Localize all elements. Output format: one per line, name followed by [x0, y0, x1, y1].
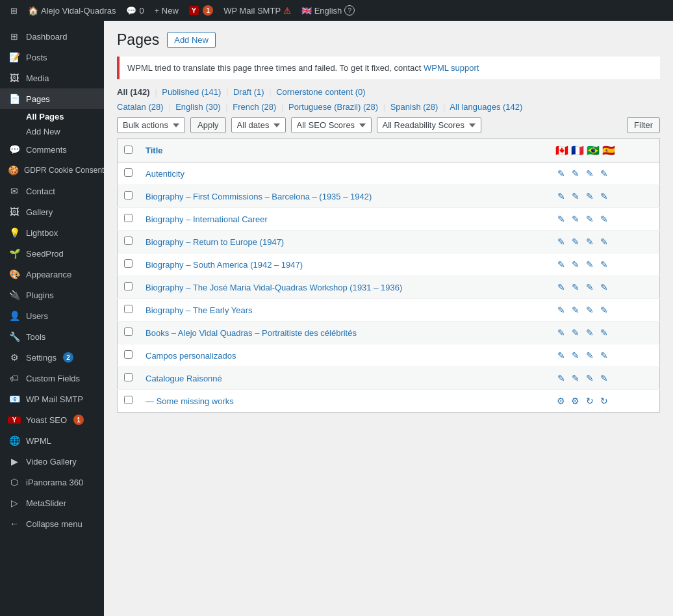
wrench-icon[interactable]: ⚙ — [555, 395, 567, 407]
sidebar-sub-all-pages[interactable]: All Pages — [0, 109, 104, 124]
pencil-icon[interactable]: ✎ — [598, 304, 610, 316]
pencil-icon[interactable]: ✎ — [598, 190, 610, 202]
sidebar-item-video-gallery[interactable]: ▶ Video Gallery — [0, 451, 104, 472]
sidebar-item-gdpr[interactable]: 🍪 GDPR Cookie Consent — [0, 160, 104, 181]
add-new-button[interactable]: Add New — [167, 32, 216, 48]
pencil-icon[interactable]: ✎ — [598, 259, 610, 270]
row-checkbox[interactable] — [124, 327, 133, 336]
adminbar-language[interactable]: 🇬🇧 English ? — [296, 0, 360, 21]
pencil-icon[interactable]: ✎ — [584, 327, 596, 339]
pencil-icon[interactable]: ✎ — [598, 168, 610, 179]
apply-button[interactable]: Apply — [190, 117, 226, 133]
adminbar-wpmail[interactable]: WP Mail SMTP ⚠ — [218, 0, 296, 21]
pencil-icon[interactable]: ✎ — [598, 281, 610, 293]
notice-link[interactable]: WPML support — [424, 63, 479, 73]
lang-tab-english[interactable]: English (30) — [175, 102, 220, 112]
filter-button[interactable]: Filter — [627, 117, 660, 133]
page-title-link[interactable]: Autenticity — [146, 169, 184, 179]
pencil-icon[interactable]: ✎ — [570, 259, 581, 270]
wrench-icon[interactable]: ⚙ — [570, 395, 581, 407]
sidebar-item-dashboard[interactable]: ⊞ Dashboard — [0, 26, 104, 47]
pencil-icon[interactable]: ✎ — [570, 236, 581, 248]
dates-select[interactable]: All dates — [231, 117, 286, 133]
sidebar-item-posts[interactable]: 📝 Posts — [0, 47, 104, 68]
pencil-icon[interactable]: ✎ — [584, 168, 596, 179]
row-checkbox[interactable] — [124, 214, 133, 222]
pencil-icon[interactable]: ✎ — [584, 304, 596, 316]
sidebar-item-pages[interactable]: 📄 Pages — [0, 88, 104, 109]
page-title-link[interactable]: Campos personalizados — [146, 351, 236, 361]
filter-tab-published[interactable]: Published (141) — [162, 87, 221, 97]
adminbar-site[interactable]: 🏠 Alejo Vidal-Quadras — [23, 0, 121, 21]
page-title-link[interactable]: Biography – South America (1942 – 1947) — [146, 260, 303, 270]
pencil-icon[interactable]: ✎ — [555, 236, 567, 248]
lang-tab-spanish[interactable]: Spanish (28) — [390, 102, 438, 112]
pencil-icon[interactable]: ✎ — [584, 259, 596, 270]
pencil-icon[interactable]: ✎ — [584, 281, 596, 293]
page-title-link[interactable]: Biography – The José Maria Vidal-Quadras… — [146, 283, 402, 292]
page-title-link[interactable]: Biography – Return to Europe (1947) — [146, 237, 284, 247]
sidebar-item-tools[interactable]: 🔧 Tools — [0, 326, 104, 347]
pencil-icon[interactable]: ✎ — [584, 350, 596, 361]
sidebar-item-seedprod[interactable]: 🌱 SeedProd — [0, 243, 104, 264]
pencil-icon[interactable]: ✎ — [598, 236, 610, 248]
lang-tab-portuguese[interactable]: Portuguese (Brazil) (28) — [288, 102, 378, 112]
row-checkbox[interactable] — [124, 168, 133, 177]
sidebar-item-plugins[interactable]: 🔌 Plugins — [0, 285, 104, 305]
pencil-icon[interactable]: ✎ — [570, 327, 581, 339]
row-checkbox[interactable] — [124, 237, 133, 245]
sidebar-item-gallery[interactable]: 🖼 Gallery — [0, 201, 104, 222]
pencil-icon[interactable]: ✎ — [555, 350, 567, 361]
pencil-icon[interactable]: ✎ — [555, 168, 567, 179]
filter-tab-all[interactable]: All (142) — [117, 87, 150, 97]
pencil-icon[interactable]: ✎ — [598, 350, 610, 361]
page-title-link[interactable]: Biography – International Career — [146, 214, 268, 224]
sidebar-item-wpml[interactable]: 🌐 WPML — [0, 430, 104, 451]
sync-icon[interactable]: ↻ — [598, 395, 610, 407]
pencil-icon[interactable]: ✎ — [555, 372, 567, 384]
sidebar-item-comments[interactable]: 💬 Comments — [0, 139, 104, 160]
sidebar-item-yoast[interactable]: Y Yoast SEO 1 — [0, 409, 104, 430]
adminbar-yoast[interactable]: Y 1 — [184, 0, 218, 21]
sidebar-item-contact[interactable]: ✉ Contact — [0, 181, 104, 201]
page-title-link[interactable]: Catalogue Raisonné — [146, 374, 222, 383]
pencil-icon[interactable]: ✎ — [570, 372, 581, 384]
bulk-actions-select[interactable]: Bulk actions — [117, 117, 185, 133]
pencil-icon[interactable]: ✎ — [570, 304, 581, 316]
sidebar-item-custom-fields[interactable]: 🏷 Custom Fields — [0, 368, 104, 389]
pencil-icon[interactable]: ✎ — [598, 372, 610, 384]
pencil-icon[interactable]: ✎ — [555, 281, 567, 293]
row-checkbox[interactable] — [124, 305, 133, 313]
page-title-link[interactable]: Biography – The Early Years — [146, 305, 253, 315]
pencil-icon[interactable]: ✎ — [570, 281, 581, 293]
sidebar-item-settings[interactable]: ⚙ Settings 2 — [0, 347, 104, 368]
pencil-icon[interactable]: ✎ — [555, 304, 567, 316]
pencil-icon[interactable]: ✎ — [584, 190, 596, 202]
row-checkbox[interactable] — [124, 350, 133, 359]
sidebar-item-users[interactable]: 👤 Users — [0, 305, 104, 326]
pencil-icon[interactable]: ✎ — [584, 236, 596, 248]
filter-tab-draft[interactable]: Draft (1) — [233, 87, 264, 97]
page-title-link[interactable]: — Some missing works — [146, 396, 234, 406]
pencil-icon[interactable]: ✎ — [598, 213, 610, 225]
pencil-icon[interactable]: ✎ — [570, 350, 581, 361]
lang-tab-catalan[interactable]: Catalan (28) — [117, 102, 164, 112]
adminbar-logo[interactable]: ⊞ — [5, 0, 23, 21]
sidebar-sub-add-new[interactable]: Add New — [0, 124, 104, 139]
filter-tab-cornerstone[interactable]: Cornerstone content (0) — [276, 87, 365, 97]
page-title-link[interactable]: Books – Alejo Vidal Quadras – Portraitis… — [146, 328, 357, 338]
adminbar-comments[interactable]: 💬 0 — [121, 0, 149, 21]
row-checkbox[interactable] — [124, 191, 133, 199]
adminbar-new[interactable]: + New — [149, 0, 184, 21]
sidebar-item-appearance[interactable]: 🎨 Appearance — [0, 264, 104, 285]
pencil-icon[interactable]: ✎ — [584, 372, 596, 384]
sidebar-item-media[interactable]: 🖼 Media — [0, 68, 104, 88]
readability-select[interactable]: All Readability Scores — [377, 117, 481, 133]
pencil-icon[interactable]: ✎ — [555, 213, 567, 225]
seo-scores-select[interactable]: All SEO Scores — [291, 117, 372, 133]
pencil-icon[interactable]: ✎ — [584, 213, 596, 225]
sidebar-item-ipanorama[interactable]: ⬡ iPanorama 360 — [0, 472, 104, 493]
pencil-icon[interactable]: ✎ — [570, 190, 581, 202]
pencil-icon[interactable]: ✎ — [598, 327, 610, 339]
lang-tab-french[interactable]: French (28) — [233, 102, 276, 112]
